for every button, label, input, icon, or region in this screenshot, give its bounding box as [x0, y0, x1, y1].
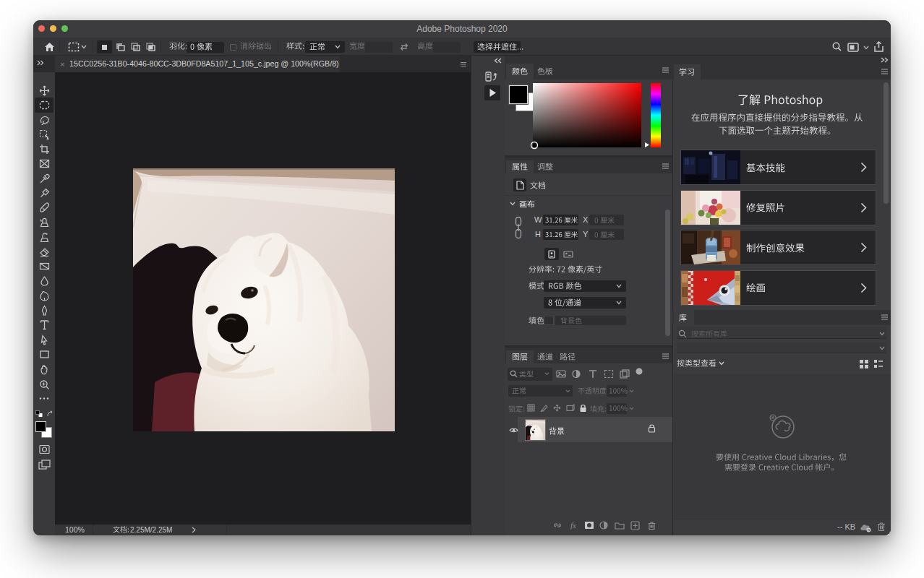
svg-text:fx: fx	[570, 521, 576, 530]
